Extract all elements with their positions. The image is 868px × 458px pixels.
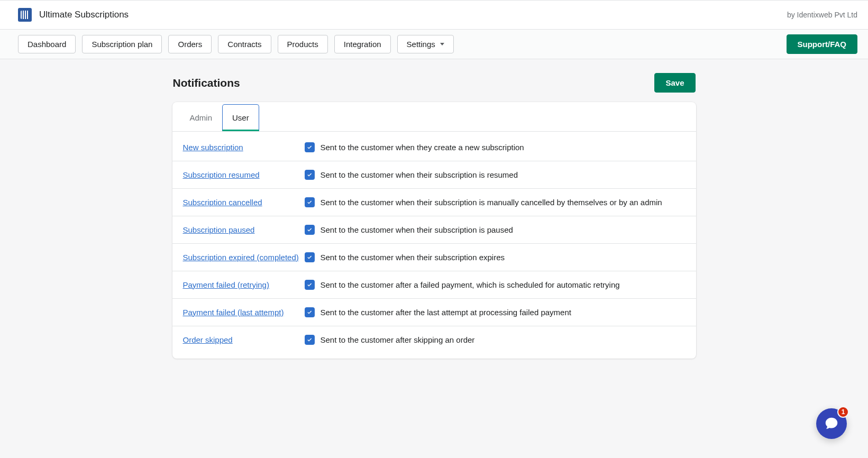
chat-badge: 1 (837, 406, 849, 418)
notification-name-cell: Order skipped (183, 335, 299, 345)
notification-desc: Sent to the customer after the last atte… (321, 308, 571, 317)
tab-user[interactable]: User (222, 104, 259, 131)
notification-desc: Sent to the customer when their subscrip… (321, 198, 662, 207)
notifications-card: Admin User New subscriptionSent to the c… (172, 102, 696, 359)
notification-checkbox[interactable] (305, 307, 315, 317)
app-title: Ultimate Subscriptions (39, 10, 129, 20)
notification-desc: Sent to the customer when they create a … (321, 143, 524, 152)
notification-checkbox[interactable] (305, 197, 315, 207)
notification-checkbox[interactable] (305, 252, 315, 262)
notification-desc: Sent to the customer after skipping an o… (321, 335, 475, 344)
nav-dashboard[interactable]: Dashboard (18, 35, 76, 53)
nav-settings-label: Settings (407, 40, 435, 49)
nav-integration[interactable]: Integration (334, 35, 391, 53)
nav-contracts[interactable]: Contracts (218, 35, 271, 53)
chat-icon (824, 416, 839, 432)
notification-name-link[interactable]: Payment failed (retrying) (183, 280, 269, 289)
app-icon (18, 8, 32, 22)
notification-name-link[interactable]: Subscription cancelled (183, 198, 262, 207)
notification-name-cell: Subscription expired (completed) (183, 253, 299, 262)
notification-checkbox[interactable] (305, 225, 315, 235)
support-faq-button[interactable]: Support/FAQ (787, 34, 858, 54)
notification-list: New subscriptionSent to the customer whe… (172, 132, 696, 359)
notification-name-cell: Subscription cancelled (183, 198, 299, 207)
caret-down-icon (440, 43, 444, 45)
notification-name-link[interactable]: Subscription paused (183, 225, 255, 234)
nav-bar: Dashboard Subscription plan Orders Contr… (0, 30, 868, 59)
tabs: Admin User (172, 102, 696, 132)
tab-admin[interactable]: Admin (180, 104, 223, 131)
notification-row: Subscription expired (completed)Sent to … (172, 244, 696, 271)
nav-subscription-plan[interactable]: Subscription plan (82, 35, 162, 53)
page-title: Notifications (173, 77, 240, 89)
notification-name-cell: Subscription resumed (183, 170, 299, 180)
save-button[interactable]: Save (654, 73, 695, 93)
notification-checkbox[interactable] (305, 335, 315, 345)
byline: by Identixweb Pvt Ltd (787, 11, 857, 19)
nav-orders[interactable]: Orders (168, 35, 212, 53)
notification-name-link[interactable]: Subscription expired (completed) (183, 253, 299, 262)
top-bar: Ultimate Subscriptions by Identixweb Pvt… (0, 1, 868, 30)
notification-name-link[interactable]: Subscription resumed (183, 170, 260, 179)
notification-name-cell: New subscription (183, 143, 299, 152)
notification-checkbox[interactable] (305, 142, 315, 152)
notification-name-cell: Payment failed (last attempt) (183, 308, 299, 317)
notification-desc: Sent to the customer when their subscrip… (321, 170, 518, 179)
notification-checkbox[interactable] (305, 280, 315, 290)
notification-row: Subscription resumedSent to the customer… (172, 161, 696, 189)
notification-row: Subscription pausedSent to the customer … (172, 216, 696, 244)
notification-row: Payment failed (last attempt)Sent to the… (172, 299, 696, 326)
chat-fab[interactable]: 1 (816, 408, 847, 439)
nav-settings[interactable]: Settings (397, 35, 454, 53)
notification-name-cell: Subscription paused (183, 225, 299, 235)
notification-row: Payment failed (retrying)Sent to the cus… (172, 271, 696, 299)
notification-checkbox[interactable] (305, 170, 315, 180)
notification-name-cell: Payment failed (retrying) (183, 280, 299, 290)
notification-row: Subscription cancelledSent to the custom… (172, 189, 696, 216)
notification-desc: Sent to the customer when their subscrip… (321, 225, 513, 234)
notification-name-link[interactable]: Payment failed (last attempt) (183, 308, 284, 317)
nav-products[interactable]: Products (278, 35, 328, 53)
notification-row: Order skippedSent to the customer after … (172, 326, 696, 353)
notification-name-link[interactable]: Order skipped (183, 335, 233, 344)
notification-desc: Sent to the customer after a failed paym… (321, 280, 620, 289)
notification-row: New subscriptionSent to the customer whe… (172, 134, 696, 161)
notification-name-link[interactable]: New subscription (183, 143, 243, 152)
notification-desc: Sent to the customer when their subscrip… (321, 253, 505, 262)
